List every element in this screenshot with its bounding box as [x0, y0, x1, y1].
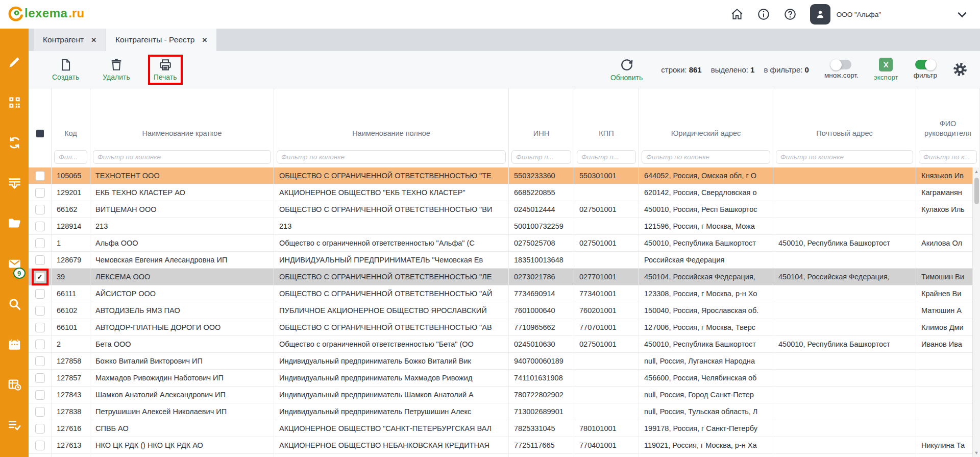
column-header-code[interactable]: Код — [52, 88, 90, 147]
row-checkbox[interactable] — [35, 205, 45, 214]
filter-input-kpp[interactable] — [577, 150, 636, 164]
cell-legal_address: 119021, Россия, г Москва, р-н Ха — [639, 437, 773, 453]
filter-input-fio[interactable] — [919, 150, 977, 164]
cell-code: 127838 — [52, 403, 90, 420]
qr-code-icon[interactable] — [8, 95, 21, 109]
row-checkbox[interactable] — [35, 306, 45, 316]
cell-kpp: 773401001 — [574, 285, 639, 302]
row-checkbox[interactable] — [35, 441, 45, 450]
user-avatar[interactable] — [810, 4, 830, 25]
scroll-down-icon[interactable]: ▼ — [973, 449, 980, 457]
chevron-down-icon[interactable] — [955, 8, 969, 21]
table-row[interactable]: 105065ТЕХНОТЕНТ ООООБЩЕСТВО С ОГРАНИЧЕНН… — [29, 167, 980, 184]
row-checkbox[interactable] — [35, 407, 45, 417]
calendar-icon[interactable] — [8, 338, 21, 351]
table-row[interactable]: 66111АЙСИСТОР ООООБЩЕСТВО С ОГРАНИЧЕННОЙ… — [29, 285, 980, 302]
row-checkbox[interactable]: ✓ — [35, 272, 45, 282]
table-row[interactable]: 128914213213500100732259121596, Россия, … — [29, 218, 980, 235]
column-header-legal_address[interactable]: Юридический адрес — [639, 88, 773, 147]
tasks-check-icon[interactable] — [8, 418, 21, 432]
cell-inn: 183510013648 — [509, 252, 574, 268]
cell-code: 127613 — [52, 437, 90, 453]
column-header-postal_address[interactable]: Почтовый адрес — [773, 88, 916, 147]
row-checkbox[interactable] — [35, 255, 45, 265]
lexema-logo[interactable]: lexema.ru — [7, 6, 84, 22]
tab-close-icon[interactable]: ✕ — [202, 36, 208, 44]
row-checkbox[interactable] — [35, 171, 45, 181]
row-checkbox[interactable] — [35, 356, 45, 366]
info-icon[interactable] — [757, 8, 770, 21]
row-checkbox[interactable] — [35, 373, 45, 383]
current-company-label[interactable]: ООО "Альфа" — [837, 11, 881, 18]
column-header-short_name[interactable]: Наименование краткое — [90, 88, 274, 147]
column-header-label: Наименование полное — [352, 129, 430, 138]
filter-input-full_name[interactable] — [277, 150, 506, 164]
row-checkbox[interactable] — [35, 424, 45, 434]
multisort-toggle[interactable]: множ.сорт. — [824, 60, 859, 79]
vertical-scrollbar[interactable]: ▲ ▼ — [972, 167, 980, 457]
row-checkbox[interactable] — [35, 238, 45, 248]
table-row[interactable]: 2Бета ООООбщество с ограниченной ответст… — [29, 336, 980, 353]
home-icon[interactable] — [730, 8, 744, 21]
table-row[interactable]: 127616СПВБ АОАКЦИОНЕРНОЕ ОБЩЕСТВО "САНКТ… — [29, 420, 980, 437]
table-row[interactable]: 127613НКО ЦК РДК () НКО ЦК РДК АОАКЦИОНЕ… — [29, 437, 980, 454]
tab-kontragent[interactable]: Контрагент ✕ — [34, 29, 106, 51]
cell-fio — [916, 420, 980, 437]
report-clock-icon[interactable] — [8, 378, 21, 392]
filter-input-inn[interactable] — [511, 150, 571, 164]
filter-input-code[interactable] — [54, 150, 87, 164]
column-header-inn[interactable]: ИНН — [509, 88, 574, 147]
refresh-button[interactable]: Обновить — [607, 57, 646, 83]
mail-icon[interactable]: 9 — [8, 257, 21, 271]
table-row[interactable]: 127404Махмадов Ривожидин Наботович ИПИнд… — [29, 454, 980, 457]
tab-close-icon[interactable]: ✕ — [91, 36, 96, 44]
table-row[interactable]: 128679Чемовская Евгения Алесандровна ИПИ… — [29, 252, 980, 269]
cell-full_name: ОБЩЕСТВО С ОГРАНИЧЕННОЙ ОТВЕТСТВЕННОСТЬЮ… — [274, 269, 509, 285]
filter-switch[interactable] — [915, 60, 936, 69]
filter-input-short_name[interactable] — [93, 150, 271, 164]
gear-icon[interactable] — [952, 62, 968, 77]
cell-postal_address — [773, 370, 916, 386]
filter-toggle[interactable]: фильтр — [914, 60, 937, 79]
table-row[interactable]: ✓39ЛЕКСЕМА ООООБЩЕСТВО С ОГРАНИЧЕННОЙ ОТ… — [29, 269, 980, 285]
row-checkbox[interactable] — [35, 222, 45, 231]
help-icon[interactable] — [783, 8, 797, 21]
multisort-switch[interactable] — [831, 60, 851, 69]
cell-full_name: Индивидуальный предприниматель Шамков Ан… — [274, 387, 509, 403]
folder-icon[interactable] — [8, 217, 21, 230]
filter-input-legal_address[interactable] — [642, 150, 770, 164]
select-all-checkbox[interactable] — [36, 130, 44, 137]
search-icon[interactable] — [8, 297, 21, 311]
pencil-icon[interactable] — [8, 55, 21, 69]
row-checkbox[interactable] — [35, 289, 45, 299]
excel-icon[interactable]: X — [879, 58, 893, 71]
column-header-full_name[interactable]: Наименование полное — [274, 88, 509, 147]
table-row[interactable]: 129201ЕКБ ТЕХНО КЛАСТЕР АОАКЦИОНЕРНОЕ ОБ… — [29, 184, 980, 201]
table-row[interactable]: 127857Махмадов Ривожидин Наботович ИПИнд… — [29, 370, 980, 387]
row-checkbox[interactable] — [35, 390, 45, 400]
tab-kontragenty-reestr[interactable]: Контрагенты - Реестр ✕ — [106, 29, 216, 51]
table-row[interactable]: 127843Шамков Анатолий Александрович ИПИн… — [29, 387, 980, 403]
table-row[interactable]: 66102АВТОДИЗЕЛЬ ЯМЗ ПАОПУБЛИЧНОЕ АКЦИОНЕ… — [29, 302, 980, 319]
row-checkbox[interactable] — [35, 340, 45, 349]
sync-icon[interactable] — [8, 136, 21, 150]
table-row[interactable]: 127858Божко Виталий Викторович ИПИндивид… — [29, 353, 980, 370]
filter-input-postal_address[interactable] — [776, 150, 913, 164]
column-header-kpp[interactable]: КПП — [574, 88, 639, 147]
table-row[interactable]: 127838Петрушишин Алексей Николаевич ИПИн… — [29, 403, 980, 420]
table-row[interactable]: 66101АВТОДОР-ПЛАТНЫЕ ДОРОГИ ООООБЩЕСТВО … — [29, 319, 980, 336]
filter-cell-code — [52, 147, 90, 167]
row-checkbox[interactable] — [35, 323, 45, 332]
column-header-fio[interactable]: ФИО руководителя — [916, 88, 980, 147]
print-button[interactable]: Печать — [151, 57, 180, 82]
table-row[interactable]: 1Альфа ООООбщество с ограниченной ответс… — [29, 235, 980, 252]
scrollbar-thumb[interactable] — [974, 178, 979, 204]
create-button[interactable]: Создать — [49, 57, 82, 82]
row-checkbox[interactable] — [35, 188, 45, 198]
scroll-up-icon[interactable]: ▲ — [973, 167, 980, 176]
row-checkbox-wrap — [35, 373, 45, 383]
table-row[interactable]: 66162ВИТЦЕМАН ООООБЩЕСТВО С ОГРАНИЧЕННОЙ… — [29, 201, 980, 218]
delete-button[interactable]: Удалить — [100, 57, 133, 82]
list-download-icon[interactable] — [8, 176, 21, 190]
export-button[interactable]: X экспорт — [874, 58, 898, 81]
